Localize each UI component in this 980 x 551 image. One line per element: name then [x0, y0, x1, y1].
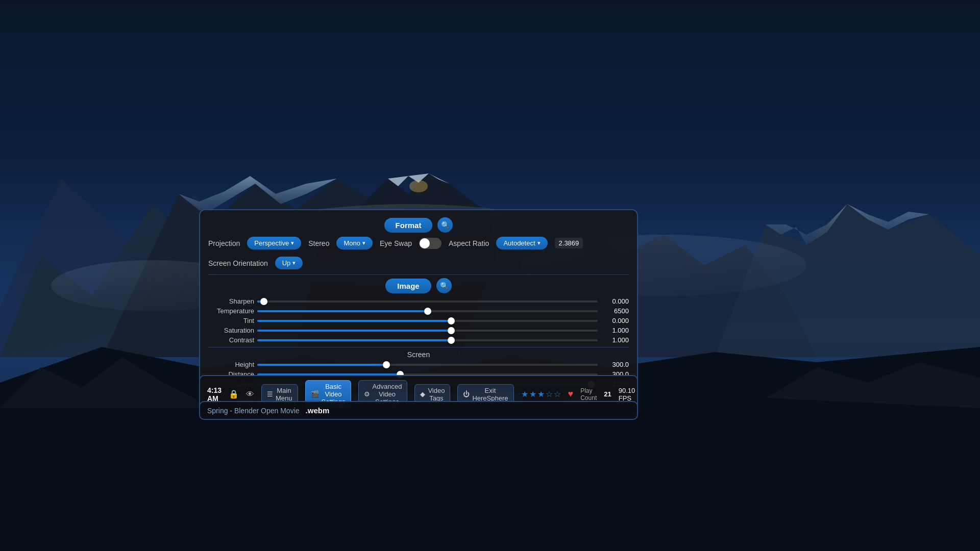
star-4[interactable]: ☆ [546, 389, 553, 399]
slider-track-0[interactable] [257, 300, 598, 303]
screen-slider-label-0: Height [208, 361, 254, 368]
slider-value-0: 0.000 [601, 297, 629, 305]
slider-label-4: Contrast [208, 336, 254, 344]
slider-row-tint: Tint 0.000 [208, 317, 629, 324]
aspect-ratio-label: Aspect Ratio [449, 239, 489, 247]
play-count-label: Play Count [580, 387, 597, 402]
eye-swap-label: Eye Swap [380, 239, 412, 247]
slider-label-2: Tint [208, 317, 254, 324]
star-1[interactable]: ★ [521, 389, 528, 399]
screen-orientation-label: Screen Orientation [208, 259, 268, 267]
star-5[interactable]: ☆ [554, 389, 561, 399]
image-button[interactable]: Image [385, 279, 431, 293]
slider-track-1[interactable] [257, 310, 598, 312]
stereo-label: Stereo [308, 239, 329, 247]
eye-icon[interactable]: 👁 [246, 390, 254, 399]
basic-video-icon: 🎬 [311, 390, 319, 398]
screen-slider-knob-0[interactable] [383, 361, 390, 368]
file-prefix: Spring - Blender Open Movie [207, 407, 300, 415]
exit-label: Exit HereSphere [472, 387, 508, 402]
projection-row: Projection Perspective Stereo Mono Eye S… [208, 237, 629, 269]
power-icon: ⏻ [463, 390, 470, 398]
slider-value-4: 1.000 [601, 336, 629, 344]
slider-track-2[interactable] [257, 320, 598, 322]
image-sliders: Sharpen 0.000 Temperature 6500 Tint 0.00… [208, 297, 629, 344]
toggle-knob [420, 238, 430, 248]
slider-value-1: 6500 [601, 307, 629, 315]
main-menu-label: Main Menu [276, 387, 292, 402]
slider-track-3[interactable] [257, 330, 598, 332]
fps-display: 90.10 FPS [619, 387, 635, 402]
file-extension: .webm [306, 406, 330, 415]
aspect-ratio-value: 2.3869 [555, 238, 583, 248]
format-button[interactable]: Format [384, 218, 433, 233]
gear-icon: ⚙ [364, 390, 370, 398]
image-search-icon[interactable]: 🔍 [436, 278, 452, 293]
aspect-ratio-dropdown[interactable]: Autodetect [496, 237, 547, 249]
screen-orientation-dropdown[interactable]: Up [275, 257, 303, 269]
slider-value-2: 0.000 [601, 317, 629, 324]
heart-icon[interactable]: ♥ [568, 389, 574, 399]
star-rating[interactable]: ★★★☆☆ [521, 389, 561, 399]
slider-knob-1[interactable] [424, 308, 431, 315]
slider-fill-1 [257, 310, 428, 312]
image-row: Image 🔍 [208, 278, 629, 293]
slider-fill-4 [257, 339, 451, 341]
stereo-dropdown[interactable]: Mono [336, 237, 373, 249]
format-search-icon[interactable]: 🔍 [437, 217, 453, 233]
star-3[interactable]: ★ [537, 389, 545, 399]
slider-fill-3 [257, 330, 451, 332]
menu-icon: ☰ [267, 390, 273, 398]
file-bar: Spring - Blender Open Movie .webm [199, 401, 638, 420]
lock-icon[interactable]: 🔒 [229, 389, 239, 399]
slider-label-3: Saturation [208, 327, 254, 334]
screen-slider-value-0: 300.0 [601, 361, 629, 368]
slider-label-0: Sharpen [208, 297, 254, 305]
slider-row-sharpen: Sharpen 0.000 [208, 297, 629, 305]
screen-section-label: Screen [208, 350, 629, 359]
svg-point-13 [409, 180, 428, 192]
star-2[interactable]: ★ [529, 389, 536, 399]
slider-knob-4[interactable] [448, 337, 455, 344]
slider-row-saturation: Saturation 1.000 [208, 327, 629, 334]
slider-row-temperature: Temperature 6500 [208, 307, 629, 315]
status-time: 4:13 AM [207, 386, 222, 403]
slider-knob-2[interactable] [448, 317, 455, 324]
screen-slider-row-height: Height 300.0 [208, 361, 629, 368]
format-row: Format 🔍 [208, 217, 629, 233]
video-tags-label: Video Tags [428, 387, 445, 402]
projection-label: Projection [208, 239, 240, 247]
screen-slider-track-0[interactable] [257, 364, 598, 366]
screen-slider-fill-0 [257, 364, 386, 366]
divider-1 [208, 274, 629, 275]
eye-swap-toggle[interactable] [419, 238, 442, 249]
tag-icon: ◆ [420, 390, 425, 398]
slider-fill-2 [257, 320, 451, 322]
slider-track-4[interactable] [257, 339, 598, 341]
slider-label-1: Temperature [208, 307, 254, 315]
play-count-value: 21 [604, 390, 611, 398]
slider-value-3: 1.000 [601, 327, 629, 334]
slider-row-contrast: Contrast 1.000 [208, 336, 629, 344]
slider-knob-3[interactable] [448, 327, 455, 334]
slider-knob-0[interactable] [260, 298, 267, 305]
projection-dropdown[interactable]: Perspective [247, 237, 301, 249]
divider-2 [208, 347, 629, 347]
